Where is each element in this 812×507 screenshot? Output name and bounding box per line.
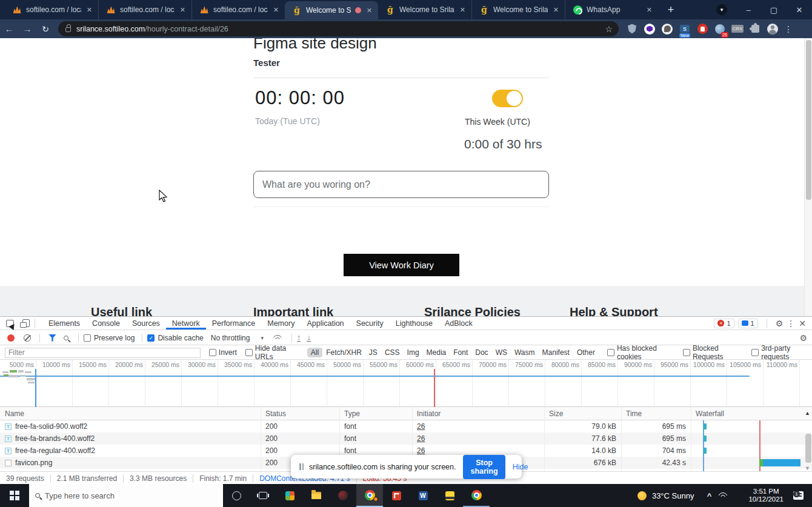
table-row[interactable]: Tfree-fa-brands-400.woff2200font2677.6 k… <box>0 432 812 445</box>
network-conditions-icon[interactable] <box>272 335 282 341</box>
scrollbar-thumb[interactable] <box>806 40 811 200</box>
import-har-icon[interactable]: ↑ <box>297 334 301 342</box>
taskbar-app-multicolor-icon[interactable] <box>276 484 303 507</box>
shield-extension-icon[interactable] <box>626 23 638 35</box>
window-maximize-button[interactable]: ▢ <box>761 0 787 19</box>
table-row[interactable]: Tfree-fa-solid-900.woff2200font2679.0 kB… <box>0 420 812 432</box>
chrome-secondary-icon[interactable] <box>463 484 490 507</box>
devtools-tab-adblock[interactable]: AdBlock <box>439 317 479 330</box>
notification-center-icon[interactable]: 1 <box>793 491 804 500</box>
word-icon[interactable]: W <box>410 484 436 507</box>
devtools-tab-network[interactable]: Network <box>166 317 206 330</box>
gray-extension-icon[interactable] <box>661 23 673 35</box>
browser-menu-icon[interactable]: ⋮ <box>784 24 793 34</box>
clear-icon[interactable] <box>24 334 31 342</box>
globe-extension-icon[interactable]: 25 <box>714 23 726 35</box>
window-minimize-button[interactable]: – <box>736 0 761 19</box>
devtools-tab-sources[interactable]: Sources <box>126 317 166 330</box>
browser-tab[interactable]: ğWelcome to Srilanc✕ <box>378 0 471 19</box>
network-filter-input[interactable] <box>5 348 201 358</box>
filter-funnel-icon[interactable] <box>48 334 56 342</box>
taskbar-app-red-icon[interactable] <box>383 484 410 507</box>
reload-icon[interactable]: ↻ <box>36 24 55 34</box>
filter-extra-option[interactable]: Has blocked cookies <box>607 344 674 361</box>
browser-tab[interactable]: softileo.com / locali✕ <box>191 0 285 19</box>
filter-type-pill[interactable]: Other <box>573 348 599 357</box>
browser-tab[interactable]: WhatsApp✕ <box>565 0 658 19</box>
taskbar-app-dark-sphere-icon[interactable] <box>330 484 356 507</box>
forward-icon[interactable]: → <box>18 24 36 34</box>
taskbar-clock[interactable]: 3:51 PM10/12/2021 <box>748 488 784 503</box>
back-icon[interactable]: ← <box>0 24 18 34</box>
week-toggle[interactable] <box>492 90 523 107</box>
inspect-element-icon[interactable] <box>6 320 14 327</box>
tab-close-icon[interactable]: ✕ <box>365 7 373 15</box>
scroll-down-icon[interactable]: ▼ <box>805 465 810 471</box>
file-explorer-icon[interactable] <box>303 484 330 507</box>
record-icon[interactable] <box>7 334 15 342</box>
filter-checkbox[interactable] <box>751 349 759 356</box>
filter-type-pill[interactable]: Fetch/XHR <box>322 348 365 357</box>
hide-data-urls-checkbox[interactable] <box>245 349 253 356</box>
table-header-row[interactable]: NameStatusTypeInitiatorSizeTimeWaterfall <box>0 407 812 420</box>
cortana-icon[interactable] <box>223 484 250 507</box>
wifi-icon[interactable] <box>716 492 729 499</box>
task-input[interactable] <box>253 171 549 198</box>
settings-gear-icon[interactable]: ⚙ <box>776 319 784 328</box>
page-scrollbar[interactable] <box>804 38 812 316</box>
profile-avatar[interactable] <box>767 23 779 35</box>
bookmark-star-icon[interactable]: ☆ <box>605 24 613 34</box>
column-header-time[interactable]: Time <box>621 409 691 418</box>
filter-checkbox[interactable] <box>683 349 690 356</box>
devtools-menu-icon[interactable]: ⋮ <box>787 319 795 328</box>
devtools-tab-console[interactable]: Console <box>86 317 126 330</box>
filter-type-pill[interactable]: CSS <box>381 348 404 357</box>
s-extension-icon[interactable]: SNew <box>679 23 691 35</box>
invert-filter[interactable]: Invert <box>209 348 237 357</box>
filter-type-pill[interactable]: Media <box>423 348 450 357</box>
browser-tab[interactable]: softileo.com / locali✕ <box>5 0 98 19</box>
filter-type-pill[interactable]: JS <box>365 348 381 357</box>
devtools-tab-application[interactable]: Application <box>301 317 350 330</box>
new-tab-button[interactable]: + <box>662 0 680 19</box>
adblock-hand-icon[interactable] <box>696 23 708 35</box>
devtools-tab-performance[interactable]: Performance <box>206 317 262 330</box>
hide-data-urls-filter[interactable]: Hide data URLs <box>245 344 300 361</box>
column-header-waterfall[interactable]: Waterfall <box>691 409 812 418</box>
purple-extension-icon[interactable] <box>644 23 656 35</box>
stop-sharing-button[interactable]: Stop sharing <box>463 455 505 479</box>
throttling-select[interactable]: No throttling <box>211 334 250 342</box>
devtools-tab-lighthouse[interactable]: Lighthouse <box>390 317 439 330</box>
media-controls-icon[interactable]: ▾ <box>716 4 727 15</box>
error-badge[interactable]: ✕1 <box>714 319 734 328</box>
devtools-tab-memory[interactable]: Memory <box>261 317 301 330</box>
filter-checkbox[interactable] <box>607 349 614 356</box>
filter-type-pill[interactable]: Img <box>404 348 423 357</box>
weather-sun-icon[interactable] <box>637 491 647 500</box>
window-close-button[interactable]: ✕ <box>787 0 812 19</box>
filter-type-pill[interactable]: Doc <box>471 348 491 357</box>
browser-tab[interactable]: softileo.com / locali✕ <box>98 0 191 19</box>
taskbar-search[interactable] <box>29 484 223 507</box>
tab-close-icon[interactable]: ✕ <box>552 6 560 14</box>
devtools-tab-security[interactable]: Security <box>350 317 390 330</box>
column-header-status[interactable]: Status <box>261 409 339 418</box>
column-header-name[interactable]: Name <box>0 409 261 418</box>
issues-badge[interactable]: 1 <box>738 319 758 328</box>
column-header-initiator[interactable]: Initiator <box>412 409 544 418</box>
initiator-link[interactable]: 26 <box>412 434 544 443</box>
devtools-tab-elements[interactable]: Elements <box>42 317 86 330</box>
disable-cache-checkbox[interactable]: ✓ <box>147 334 155 342</box>
tab-close-icon[interactable]: ✕ <box>272 6 280 14</box>
address-bar[interactable]: srilance.softileo.com /hourly-contract-d… <box>58 21 619 36</box>
table-scrollbar-thumb[interactable] <box>805 434 811 463</box>
export-har-icon[interactable]: ↓ <box>307 334 311 342</box>
view-work-diary-button[interactable]: View Work Diary <box>344 254 459 276</box>
tab-close-icon[interactable]: ✕ <box>645 6 653 14</box>
filter-type-pill[interactable]: Manifest <box>539 348 573 357</box>
filter-extra-option[interactable]: Blocked Requests <box>683 344 743 361</box>
tab-close-icon[interactable]: ✕ <box>179 6 187 14</box>
browser-tab[interactable]: ğWelcome to Sri✕ <box>285 1 378 19</box>
filter-extra-option[interactable]: 3rd-party requests <box>751 344 812 361</box>
hidden-icons-chevron[interactable]: ^ <box>702 491 716 500</box>
